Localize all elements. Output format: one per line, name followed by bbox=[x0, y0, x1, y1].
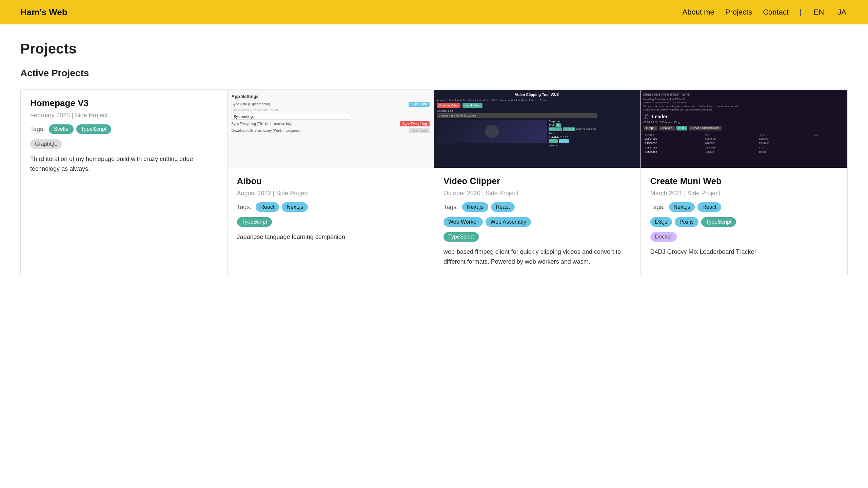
project-desc-aibou: Japanese language learning companion bbox=[237, 232, 425, 242]
tag-react-cm[interactable]: React bbox=[697, 202, 721, 212]
project-date-videoclipper: October 2020 | Side Project bbox=[443, 190, 631, 197]
tag-d3js-cm[interactable]: D3.js bbox=[650, 217, 672, 227]
tags-row-vc-2: Web Worker Web Assembly bbox=[443, 217, 631, 227]
nav-about[interactable]: About me bbox=[683, 8, 714, 17]
project-content-videoclipper: Video Clipper October 2020 | Side Projec… bbox=[434, 168, 640, 275]
nav-links: About me Projects Contact | EN JA bbox=[683, 8, 848, 17]
project-title-createmuni: Create Muni Web bbox=[650, 176, 838, 186]
project-desc-cm: D4DJ Groovy Mix Leaderboard Tracker bbox=[650, 247, 838, 257]
tags-row-homepage: Tags: Svelte TypeScript bbox=[30, 124, 218, 134]
main-content: Projects Active Projects Homepage V3 Feb… bbox=[0, 24, 868, 302]
tags-row-cm-1: Tags: Next.js React bbox=[650, 202, 838, 212]
project-image-videoclipper: Video Clipping Tool V2.1! ▶ to use: Sele… bbox=[434, 90, 640, 168]
tag-pixijs-cm[interactable]: Pixi.js bbox=[675, 217, 698, 227]
tag-react-vc[interactable]: React bbox=[491, 202, 515, 212]
project-image-createmuni: please give me a proper name) for using … bbox=[641, 90, 848, 168]
tag-react-aibou[interactable]: React bbox=[256, 202, 279, 212]
vc-screenshot: Video Clipping Tool V2.1! ▶ to use: Sele… bbox=[434, 90, 640, 168]
section-active-title: Active Projects bbox=[20, 68, 848, 79]
tag-webassembly-vc[interactable]: Web Assembly bbox=[486, 217, 531, 227]
nav-contact[interactable]: Contact bbox=[763, 8, 789, 17]
tag-svelte[interactable]: Svelte bbox=[49, 124, 73, 134]
navbar: Ham's Web About me Projects Contact | EN… bbox=[0, 0, 868, 24]
nav-logo[interactable]: Ham's Web bbox=[20, 7, 67, 18]
tags-row-cm-3: Docker bbox=[650, 232, 838, 242]
project-card-videoclipper: Video Clipping Tool V2.1! ▶ to use: Sele… bbox=[434, 90, 641, 275]
tag-typescript[interactable]: TypeScript bbox=[76, 124, 112, 134]
project-card-homepage-v3: Homepage V3 February 2023 | Side Project… bbox=[21, 90, 228, 275]
nav-divider: | bbox=[800, 8, 802, 17]
project-date-homepage: February 2023 | Side Project bbox=[30, 112, 218, 119]
tags-row-vc-1: Tags: Next.js React bbox=[443, 202, 631, 212]
tags-row-aibou-2: TypeScript bbox=[237, 217, 425, 227]
project-title-homepage: Homepage V3 bbox=[30, 98, 218, 108]
project-date-createmuni: March 2021 | Side Project bbox=[650, 190, 838, 197]
tag-webworker-vc[interactable]: Web Worker bbox=[443, 217, 483, 227]
projects-grid: Homepage V3 February 2023 | Side Project… bbox=[20, 89, 848, 275]
page-title: Projects bbox=[20, 41, 848, 57]
tag-nextjs-vc[interactable]: Next.js bbox=[462, 202, 488, 212]
nav-lang-en[interactable]: EN bbox=[812, 8, 826, 17]
tag-typescript-cm[interactable]: TypeScript bbox=[701, 217, 736, 227]
nav-projects[interactable]: Projects bbox=[725, 8, 752, 17]
project-content-aibou: Aibou August 2022 | Side Project Tags: R… bbox=[228, 168, 434, 275]
cm-screenshot: please give me a proper name) for using … bbox=[641, 90, 848, 168]
project-content-homepage: Homepage V3 February 2023 | Side Project… bbox=[21, 90, 227, 275]
project-card-createmuni: please give me a proper name) for using … bbox=[641, 90, 848, 275]
project-title-aibou: Aibou bbox=[237, 176, 425, 186]
project-content-createmuni: Create Muni Web March 2021 | Side Projec… bbox=[641, 168, 848, 275]
tag-docker-cm[interactable]: Docker bbox=[650, 232, 677, 242]
tags-row-aibou: Tags: React Next.js bbox=[237, 202, 425, 212]
tags-label-aibou: Tags: bbox=[237, 204, 252, 211]
tags-label-homepage: Tags: bbox=[30, 126, 45, 133]
project-date-aibou: August 2022 | Side Project bbox=[237, 190, 425, 197]
tag-graphql[interactable]: GraphQL bbox=[30, 139, 62, 149]
tags-row-vc-3: TypeScript bbox=[443, 232, 631, 242]
project-title-videoclipper: Video Clipper bbox=[443, 176, 631, 186]
project-card-aibou: App Settings Sync Data (Experimental) Sy… bbox=[228, 90, 434, 275]
tag-typescript-aibou[interactable]: TypeScript bbox=[237, 217, 272, 227]
tags-row-cm-2: D3.js Pixi.js TypeScript bbox=[650, 217, 838, 227]
tag-typescript-vc[interactable]: TypeScript bbox=[443, 232, 479, 242]
project-desc-homepage: Third iteration of my homepage build wit… bbox=[30, 154, 218, 174]
tag-nextjs-cm[interactable]: Next.js bbox=[669, 202, 695, 212]
tags-label-cm: Tags: bbox=[650, 204, 665, 211]
project-image-aibou: App Settings Sync Data (Experimental) Sy… bbox=[228, 90, 434, 168]
project-desc-vc: web-based ffmpeg client for quickly clip… bbox=[443, 247, 631, 267]
tags-row-homepage-2: GraphQL bbox=[30, 139, 218, 149]
tag-nextjs-aibou[interactable]: Next.js bbox=[282, 202, 308, 212]
aibou-screenshot: App Settings Sync Data (Experimental) Sy… bbox=[228, 90, 434, 168]
nav-lang-ja[interactable]: JA bbox=[836, 8, 848, 17]
tags-label-vc: Tags: bbox=[443, 204, 458, 211]
